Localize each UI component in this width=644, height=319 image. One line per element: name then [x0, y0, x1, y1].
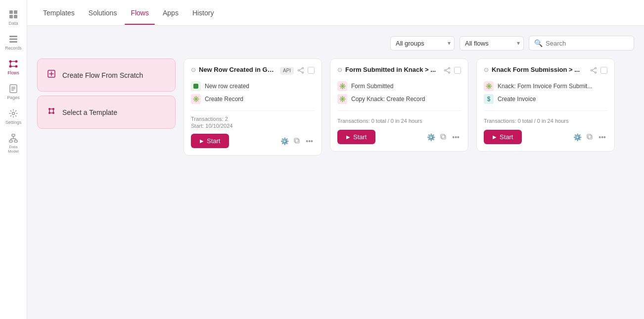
- svg-line-56: [592, 71, 595, 72]
- more-btn-3[interactable]: •••: [597, 132, 607, 142]
- divider-1: [191, 110, 315, 111]
- divider-3: [484, 110, 607, 111]
- cards-row: Create Flow From Scratch: [37, 58, 634, 156]
- svg-rect-6: [9, 41, 17, 43]
- start-label-1: Start: [207, 137, 220, 145]
- nav-solutions[interactable]: Solutions: [83, 5, 123, 21]
- main-content: Templates Solutions Flows Apps History A…: [27, 0, 644, 319]
- play-icon-2: ▶: [346, 134, 350, 140]
- settings-icon: [8, 108, 19, 119]
- sidebar-label-data: Data: [8, 21, 18, 26]
- flow-card-2-footer: ▶ Start ⚙️ •••: [337, 130, 461, 144]
- select-template-icon: [46, 106, 56, 118]
- flow-trigger-icon-3: ⊙: [484, 66, 489, 73]
- svg-rect-44: [294, 138, 298, 142]
- duplicate-btn-3[interactable]: [585, 133, 595, 142]
- share-btn-1[interactable]: [296, 66, 306, 75]
- step-label-1-1: New row created: [205, 83, 249, 90]
- more-btn-1[interactable]: •••: [304, 136, 315, 146]
- flows-filter[interactable]: All flows: [460, 36, 524, 51]
- flow-start-1: Start: 10/10/2024: [191, 123, 315, 129]
- more-btn-2[interactable]: •••: [451, 132, 461, 142]
- step-label-2-2: Copy Knack: Create Record: [351, 96, 425, 103]
- svg-point-39: [298, 70, 300, 71]
- create-flow-card[interactable]: Create Flow From Scratch: [37, 58, 176, 92]
- svg-rect-51: [441, 134, 445, 138]
- flow-card-3-checkbox[interactable]: [600, 67, 607, 74]
- sidebar-item-records[interactable]: Records: [0, 31, 27, 53]
- flow-card-1: ⊙ New Row Created in GS > ... API: [184, 58, 322, 156]
- nav-apps[interactable]: Apps: [157, 5, 184, 21]
- settings-btn-1[interactable]: ⚙️: [279, 136, 290, 146]
- start-btn-2[interactable]: ▶ Start: [337, 130, 375, 144]
- sidebar-item-data[interactable]: Data: [0, 6, 27, 29]
- search-input[interactable]: [546, 40, 629, 47]
- groups-filter-wrap: All groups: [390, 36, 455, 51]
- sidebar-item-flows[interactable]: Flows: [0, 55, 27, 78]
- svg-rect-5: [9, 39, 17, 40]
- step-label-2-1: Form Submitted: [351, 83, 393, 90]
- svg-rect-58: [587, 134, 591, 138]
- flow-trigger-icon-1: ⊙: [191, 66, 196, 73]
- start-btn-3[interactable]: ▶ Start: [484, 130, 522, 144]
- step-icon-1-1: [191, 81, 201, 91]
- create-flow-label: Create Flow From Scratch: [62, 71, 143, 79]
- play-icon-1: ▶: [200, 138, 204, 144]
- flow-card-3-meta: Transactions: 0 total / 0 in 24 hours: [484, 116, 607, 125]
- flow-card-1-badge: API: [280, 67, 294, 74]
- flow-trigger-icon-2: ⊙: [337, 66, 342, 73]
- flow-card-2-actions: [442, 66, 461, 75]
- nav-history[interactable]: History: [186, 5, 220, 21]
- flow-card-2-meta: Transactions: 0 total / 0 in 24 hours: [337, 116, 461, 125]
- svg-rect-0: [9, 10, 13, 14]
- records-icon: [8, 34, 19, 45]
- share-btn-3[interactable]: [589, 66, 598, 75]
- flow-card-2-steps: ✳️ Form Submitted ✳️ Copy Knack: Create …: [337, 80, 461, 106]
- footer-actions-1: ⚙️ •••: [279, 136, 315, 146]
- settings-btn-2[interactable]: ⚙️: [425, 132, 437, 142]
- step-icon-2-1: ✳️: [337, 81, 347, 91]
- create-flow-icon: [46, 69, 56, 81]
- flow-transactions-2: Transactions: 0 total / 0 in 24 hours: [337, 118, 422, 124]
- step-icon-2-2: ✳️: [337, 94, 347, 104]
- select-template-label: Select a Template: [62, 108, 117, 116]
- flow-card-3-header: ⊙ Knack Form Submission > ...: [484, 66, 607, 75]
- svg-rect-20: [9, 140, 12, 142]
- flow-card-2-title-row: ⊙ Form Submitted in Knack > ...: [337, 66, 438, 73]
- sidebar-item-data-model[interactable]: DataModel: [0, 130, 27, 157]
- flow-card-2: ⊙ Form Submitted in Knack > ... ✳️ Form …: [330, 58, 468, 152]
- step-2-2: ✳️ Copy Knack: Create Record: [337, 93, 461, 106]
- select-template-card[interactable]: Select a Template: [37, 96, 176, 129]
- sidebar-label-flows: Flows: [7, 70, 19, 75]
- svg-line-49: [446, 71, 449, 72]
- start-label-3: Start: [500, 133, 513, 141]
- flow-card-1-title: New Row Created in GS > ...: [199, 66, 276, 73]
- step-3-2: $ Create Invoice: [484, 93, 607, 106]
- sidebar-item-pages[interactable]: Pages: [0, 80, 27, 103]
- svg-rect-4: [9, 36, 17, 37]
- duplicate-btn-1[interactable]: [292, 137, 302, 146]
- duplicate-btn-2[interactable]: [439, 133, 449, 142]
- svg-line-55: [592, 68, 595, 70]
- flow-card-2-checkbox[interactable]: [454, 67, 461, 74]
- step-3-1: ✳️ Knack: Form Invoice Form Submit...: [484, 80, 607, 93]
- flow-card-3-actions: [589, 66, 607, 75]
- svg-rect-2: [9, 15, 13, 18]
- flow-card-3-footer: ▶ Start ⚙️ •••: [484, 130, 607, 144]
- svg-point-18: [12, 112, 15, 115]
- sidebar-item-settings[interactable]: Settings: [0, 105, 27, 128]
- nav-flows[interactable]: Flows: [125, 5, 155, 21]
- groups-filter[interactable]: All groups: [390, 36, 455, 51]
- nav-templates[interactable]: Templates: [37, 5, 81, 21]
- start-btn-1[interactable]: ▶ Start: [191, 134, 229, 148]
- content-area: All groups All flows 🔍: [27, 26, 644, 319]
- filter-bar: All groups All flows 🔍: [37, 36, 634, 51]
- svg-rect-57: [588, 135, 592, 139]
- share-btn-2[interactable]: [442, 66, 452, 75]
- flow-card-1-checkbox[interactable]: [308, 67, 315, 74]
- settings-btn-3[interactable]: ⚙️: [572, 132, 583, 142]
- flow-card-1-meta: Transactions: 2 Start: 10/10/2024: [191, 116, 315, 129]
- svg-rect-50: [442, 135, 446, 139]
- step-1-1: New row created: [191, 80, 315, 93]
- sidebar-label-settings: Settings: [5, 120, 22, 125]
